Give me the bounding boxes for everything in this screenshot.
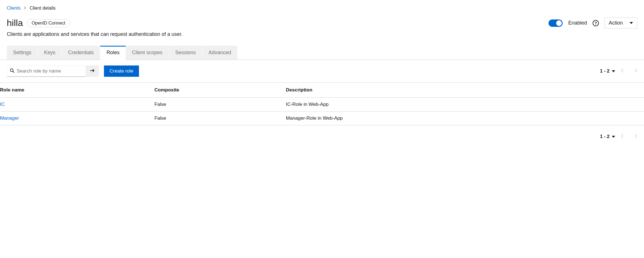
page-range-dropdown[interactable]: 1 - 2 [600, 68, 615, 74]
client-name: hilla [7, 18, 23, 28]
tab-settings[interactable]: Settings [7, 46, 38, 60]
caret-down-icon [630, 22, 633, 24]
page-range-label: 1 - 2 [600, 68, 610, 74]
column-header-name: Role name [0, 83, 151, 98]
breadcrumb-current: Client details [30, 6, 56, 11]
arrow-right-icon [90, 69, 95, 74]
protocol-badge: OpenID Connect [27, 19, 70, 27]
help-icon[interactable]: ? [593, 20, 599, 26]
tab-client-scopes[interactable]: Client scopes [126, 46, 169, 60]
enabled-toggle[interactable] [549, 19, 563, 27]
page-prev-button[interactable] [621, 69, 623, 74]
action-dropdown[interactable]: Action [604, 18, 637, 29]
column-header-description: Description [282, 83, 634, 98]
breadcrumb: Clients Client details [7, 6, 637, 11]
column-header-composite: Composite [151, 83, 283, 98]
row-actions-button[interactable] [634, 111, 644, 125]
tab-advanced[interactable]: Advanced [202, 46, 238, 60]
caret-down-icon [612, 70, 615, 72]
row-actions-button[interactable] [634, 98, 644, 111]
tab-credentials[interactable]: Credentials [62, 46, 100, 60]
page-range-label: 1 - 2 [600, 134, 610, 139]
tab-sessions[interactable]: Sessions [169, 46, 202, 60]
table-row: IC False IC-Role in Web-App [0, 98, 644, 111]
search-submit-button[interactable] [86, 65, 99, 77]
svg-line-1 [13, 71, 14, 73]
table-row: Manager False Manager-Role in Web-App [0, 111, 644, 125]
search-box [7, 65, 86, 77]
page-prev-button[interactable] [621, 134, 623, 139]
roles-table: Role name Composite Description IC False… [0, 82, 644, 125]
action-dropdown-label: Action [609, 20, 623, 26]
page-next-button[interactable] [635, 134, 637, 139]
role-composite: False [151, 98, 283, 111]
role-description: IC-Role in Web-App [282, 98, 634, 111]
caret-down-icon [612, 136, 615, 138]
page-next-button[interactable] [635, 69, 637, 74]
page-header: hilla OpenID Connect Enabled ? Action [7, 18, 637, 29]
top-pagination: 1 - 2 [600, 68, 637, 74]
page-description: Clients are applications and services th… [7, 31, 637, 37]
breadcrumb-clients-link[interactable]: Clients [7, 6, 21, 11]
chevron-right-icon [24, 6, 26, 10]
role-description: Manager-Role in Web-App [282, 111, 634, 125]
search-input[interactable] [17, 68, 83, 74]
roles-toolbar: Create role 1 - 2 [7, 60, 637, 82]
create-role-button[interactable]: Create role [104, 65, 139, 77]
tab-roles[interactable]: Roles [100, 46, 126, 60]
search-icon [10, 68, 14, 74]
tab-keys[interactable]: Keys [38, 46, 62, 60]
bottom-pagination: 1 - 2 [0, 125, 644, 148]
page-range-dropdown[interactable]: 1 - 2 [600, 134, 615, 139]
role-composite: False [151, 111, 283, 125]
role-name-link[interactable]: Manager [0, 115, 19, 121]
enabled-label: Enabled [568, 20, 587, 26]
role-name-link[interactable]: IC [0, 102, 5, 107]
tabs: Settings Keys Credentials Roles Client s… [0, 46, 644, 60]
